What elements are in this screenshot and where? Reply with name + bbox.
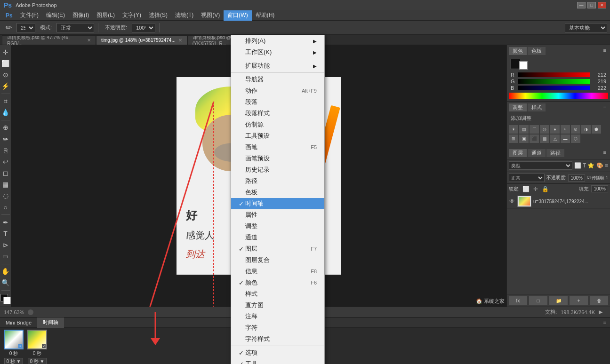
- menu-view[interactable]: 视图(V): [197, 10, 224, 21]
- dd-brush[interactable]: 画笔 F5: [231, 142, 324, 153]
- timeline-frame-2[interactable]: 2 0 秒 0 秒 ▼: [27, 330, 47, 364]
- dd-channels[interactable]: 通道: [231, 232, 324, 243]
- bottom-panel-menu[interactable]: ≡: [600, 319, 610, 326]
- adj-gradient-map[interactable]: ▬: [561, 135, 570, 143]
- menu-image[interactable]: 图像(I): [69, 10, 93, 21]
- clone-tool[interactable]: ⎘: [0, 145, 11, 155]
- dd-clone-src[interactable]: 仿制源: [231, 119, 324, 130]
- tab-swatches[interactable]: 色板: [528, 47, 546, 55]
- color-panel-menu[interactable]: ≡: [602, 47, 608, 55]
- filter-icons[interactable]: ⬜ T ⭐ 🎨 ≡: [574, 162, 608, 169]
- dd-navigator[interactable]: 导航器: [231, 74, 324, 85]
- menu-window[interactable]: 窗口(W): [224, 10, 251, 21]
- layer-visibility[interactable]: 👁: [509, 198, 515, 205]
- channel-b-bar[interactable]: [518, 86, 590, 90]
- adj-vibrance[interactable]: ♦: [550, 125, 560, 134]
- adj-selective-color[interactable]: ⬡: [571, 135, 580, 143]
- menu-layer[interactable]: 图层(L): [93, 10, 119, 21]
- menu-ps[interactable]: Ps: [2, 10, 16, 21]
- heal-tool[interactable]: ⊕: [0, 123, 11, 133]
- tab-2-close[interactable]: ✕: [178, 38, 182, 43]
- lock-position[interactable]: ✛: [533, 186, 538, 192]
- dd-tool-preset[interactable]: 工具预设: [231, 130, 324, 142]
- move-tool[interactable]: ✛: [0, 47, 11, 57]
- bg-swatch[interactable]: [519, 61, 528, 70]
- layer-item-1[interactable]: 👁 u=3817592474,1792224...: [507, 194, 610, 209]
- marquee-tool[interactable]: ⬜: [0, 58, 11, 68]
- brush-size-select[interactable]: 25: [16, 23, 35, 32]
- channel-r-bar[interactable]: [518, 72, 590, 77]
- dd-workspace[interactable]: 工作区(K) ▶: [231, 47, 324, 58]
- menu-filter[interactable]: 滤镜(T): [171, 10, 197, 21]
- zoom-tool[interactable]: 🔍: [0, 278, 11, 288]
- frame-2-delay[interactable]: 0 秒 ▼: [28, 358, 46, 364]
- dd-styles[interactable]: 样式: [231, 288, 324, 300]
- eyedropper-tool[interactable]: 💧: [0, 108, 11, 118]
- lock-pixels[interactable]: ⬜: [522, 186, 530, 192]
- adj-hsl[interactable]: ≈: [561, 125, 570, 134]
- magic-wand-tool[interactable]: ⚡: [0, 81, 11, 91]
- dd-color[interactable]: ✓ 颜色 F6: [231, 277, 324, 288]
- dd-layers[interactable]: ✓ 图层 F7: [231, 243, 324, 254]
- dd-info[interactable]: 信息 F8: [231, 266, 324, 277]
- new-group-btn[interactable]: 📁: [549, 296, 568, 305]
- dd-tools[interactable]: ✓ 工具: [231, 358, 324, 364]
- adj-threshold[interactable]: △: [550, 135, 560, 143]
- dd-arrange[interactable]: 排列(A) ▶: [231, 35, 324, 47]
- adj-channelmixer[interactable]: ⊞: [509, 135, 518, 143]
- dd-character[interactable]: 字符: [231, 322, 324, 333]
- menu-select[interactable]: 选择(S): [145, 10, 171, 21]
- dodge-tool[interactable]: ○: [0, 202, 11, 212]
- path-select-tool[interactable]: ⊳: [0, 240, 11, 250]
- menu-file[interactable]: 文件(F): [16, 10, 42, 21]
- timeline-frame-1[interactable]: 1 0 秒 0 秒 ▼: [4, 330, 24, 364]
- opacity-select[interactable]: 100%: [132, 23, 155, 32]
- shape-tool[interactable]: ▭: [0, 252, 11, 261]
- crop-tool[interactable]: ⌗: [0, 96, 11, 106]
- eraser-tool[interactable]: ◻: [0, 168, 11, 178]
- delete-layer-btn[interactable]: 🗑: [590, 296, 608, 305]
- menu-text[interactable]: 文字(Y): [119, 10, 145, 21]
- dd-paragraph[interactable]: 段落: [231, 96, 324, 108]
- frame-1-delay[interactable]: 0 秒 ▼: [4, 358, 23, 364]
- maximize-button[interactable]: □: [587, 2, 596, 8]
- tab-adjustments[interactable]: 调整: [509, 103, 527, 111]
- brush-tool[interactable]: ✏: [0, 134, 11, 144]
- adj-photofilter[interactable]: ⬟: [592, 125, 601, 134]
- adjust-panel-menu[interactable]: ≡: [602, 103, 608, 111]
- menu-edit[interactable]: 编辑(E): [42, 10, 69, 21]
- gradient-tool[interactable]: ▦: [0, 180, 11, 190]
- fg-color[interactable]: [0, 294, 11, 304]
- tab-styles[interactable]: 样式: [528, 103, 546, 111]
- channel-g-bar[interactable]: [518, 79, 590, 84]
- fill-value[interactable]: 100%: [591, 185, 608, 192]
- dd-para-style[interactable]: 段落样式: [231, 108, 324, 119]
- lock-all[interactable]: 🔒: [542, 186, 549, 192]
- dd-options[interactable]: ✓ 选项: [231, 347, 324, 358]
- dd-properties[interactable]: 属性: [231, 209, 324, 221]
- workspace-select[interactable]: 基本功能: [565, 23, 607, 32]
- tab-timeline[interactable]: 时间轴: [37, 317, 64, 328]
- blur-tool[interactable]: ◌: [0, 191, 11, 201]
- new-layer-btn[interactable]: +: [570, 296, 588, 305]
- tab-channels[interactable]: 通道: [528, 149, 546, 157]
- adj-levels[interactable]: ▤: [519, 125, 529, 134]
- dd-char-style[interactable]: 字符样式: [231, 333, 324, 345]
- tab-1[interactable]: 详情页模板.psd @ 47.7% (49, RGB/... ✕: [2, 35, 96, 45]
- dd-adjustments[interactable]: 调整: [231, 221, 324, 232]
- adj-exposure[interactable]: ◎: [540, 125, 549, 134]
- adj-curves[interactable]: ⌒: [530, 125, 539, 134]
- tab-1-close[interactable]: ✕: [87, 38, 91, 43]
- close-button[interactable]: ✕: [598, 2, 606, 8]
- tab-mini-bridge[interactable]: Mini Bridge: [0, 317, 37, 328]
- tab-layers[interactable]: 图层: [509, 149, 527, 157]
- history-brush-tool[interactable]: ↩: [0, 157, 11, 166]
- zoom-indicator[interactable]: [28, 309, 33, 315]
- dd-histogram[interactable]: 直方图: [231, 300, 324, 311]
- dd-extensions[interactable]: 扩展功能 ▶: [231, 60, 324, 71]
- adj-invert[interactable]: ⬛: [530, 135, 539, 143]
- opacity-value[interactable]: 100%: [568, 174, 585, 182]
- tab-paths[interactable]: 路径: [546, 149, 564, 157]
- dd-notes[interactable]: 注释: [231, 311, 324, 322]
- text-tool[interactable]: T: [0, 229, 11, 238]
